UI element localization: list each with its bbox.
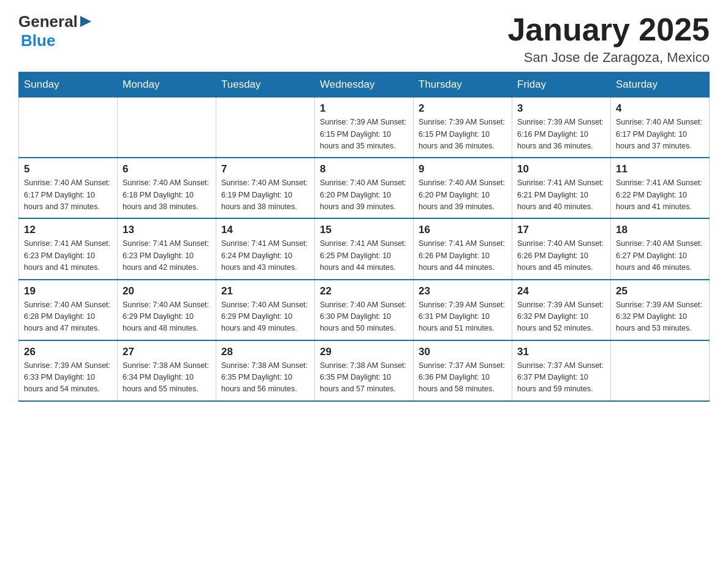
day-number: 19: [24, 285, 112, 297]
day-info: Sunrise: 7:40 AM Sunset: 6:29 PM Dayligh…: [123, 299, 211, 335]
calendar-week-row: 1Sunrise: 7:39 AM Sunset: 6:15 PM Daylig…: [19, 98, 710, 158]
calendar-cell: 29Sunrise: 7:38 AM Sunset: 6:35 PM Dayli…: [315, 340, 414, 401]
day-info: Sunrise: 7:40 AM Sunset: 6:28 PM Dayligh…: [24, 299, 112, 335]
day-number: 7: [221, 163, 309, 175]
calendar-cell: 25Sunrise: 7:39 AM Sunset: 6:32 PM Dayli…: [611, 280, 710, 340]
day-number: 6: [123, 163, 211, 175]
day-number: 12: [24, 224, 112, 236]
month-title: January 2025: [507, 12, 710, 47]
day-info: Sunrise: 7:41 AM Sunset: 6:23 PM Dayligh…: [123, 238, 211, 274]
calendar-cell: 5Sunrise: 7:40 AM Sunset: 6:17 PM Daylig…: [19, 158, 118, 218]
day-info: Sunrise: 7:40 AM Sunset: 6:26 PM Dayligh…: [517, 238, 605, 274]
day-number: 22: [320, 285, 408, 297]
day-info: Sunrise: 7:38 AM Sunset: 6:35 PM Dayligh…: [221, 360, 309, 396]
day-info: Sunrise: 7:40 AM Sunset: 6:20 PM Dayligh…: [419, 177, 507, 213]
day-info: Sunrise: 7:41 AM Sunset: 6:21 PM Dayligh…: [517, 177, 605, 213]
day-number: 29: [320, 346, 408, 358]
day-info: Sunrise: 7:39 AM Sunset: 6:33 PM Dayligh…: [24, 360, 112, 396]
day-number: 23: [419, 285, 507, 297]
calendar-cell: 26Sunrise: 7:39 AM Sunset: 6:33 PM Dayli…: [19, 340, 118, 401]
day-info: Sunrise: 7:40 AM Sunset: 6:20 PM Dayligh…: [320, 177, 408, 213]
day-number: 5: [24, 163, 112, 175]
day-info: Sunrise: 7:40 AM Sunset: 6:18 PM Dayligh…: [123, 177, 211, 213]
day-info: Sunrise: 7:37 AM Sunset: 6:37 PM Dayligh…: [517, 360, 605, 396]
calendar-cell: 14Sunrise: 7:41 AM Sunset: 6:24 PM Dayli…: [216, 218, 315, 279]
calendar-cell: 30Sunrise: 7:37 AM Sunset: 6:36 PM Dayli…: [414, 340, 512, 401]
day-number: 18: [616, 224, 704, 236]
day-info: Sunrise: 7:40 AM Sunset: 6:27 PM Dayligh…: [616, 238, 704, 274]
day-number: 4: [616, 102, 704, 115]
page-header: General Blue January 2025 San Jose de Za…: [18, 12, 710, 66]
weekday-header-saturday: Saturday: [611, 72, 710, 98]
day-info: Sunrise: 7:40 AM Sunset: 6:30 PM Dayligh…: [320, 299, 408, 335]
weekday-header-thursday: Thursday: [414, 72, 512, 98]
day-info: Sunrise: 7:41 AM Sunset: 6:24 PM Dayligh…: [221, 238, 309, 274]
calendar-cell: 10Sunrise: 7:41 AM Sunset: 6:21 PM Dayli…: [512, 158, 611, 218]
calendar-cell: [611, 340, 710, 401]
day-info: Sunrise: 7:41 AM Sunset: 6:23 PM Dayligh…: [24, 238, 112, 274]
calendar-cell: 13Sunrise: 7:41 AM Sunset: 6:23 PM Dayli…: [118, 218, 216, 279]
day-info: Sunrise: 7:39 AM Sunset: 6:32 PM Dayligh…: [517, 299, 605, 335]
weekday-header-tuesday: Tuesday: [216, 72, 315, 98]
day-info: Sunrise: 7:40 AM Sunset: 6:19 PM Dayligh…: [221, 177, 309, 213]
calendar-cell: [19, 98, 118, 158]
logo-general-text: General: [18, 12, 78, 31]
calendar-week-row: 19Sunrise: 7:40 AM Sunset: 6:28 PM Dayli…: [19, 280, 710, 340]
day-number: 15: [320, 224, 408, 236]
day-number: 3: [517, 102, 605, 115]
day-info: Sunrise: 7:39 AM Sunset: 6:16 PM Dayligh…: [517, 117, 605, 152]
weekday-header-monday: Monday: [118, 72, 216, 98]
day-number: 1: [320, 102, 408, 115]
logo: General Blue: [18, 12, 93, 50]
day-info: Sunrise: 7:40 AM Sunset: 6:29 PM Dayligh…: [221, 299, 309, 335]
title-section: January 2025 San Jose de Zaragoza, Mexic…: [507, 12, 710, 66]
day-number: 9: [419, 163, 507, 175]
calendar-week-row: 5Sunrise: 7:40 AM Sunset: 6:17 PM Daylig…: [19, 158, 710, 218]
day-info: Sunrise: 7:39 AM Sunset: 6:32 PM Dayligh…: [616, 299, 704, 335]
calendar-cell: 20Sunrise: 7:40 AM Sunset: 6:29 PM Dayli…: [118, 280, 216, 340]
day-info: Sunrise: 7:41 AM Sunset: 6:22 PM Dayligh…: [616, 177, 704, 213]
calendar-cell: 16Sunrise: 7:41 AM Sunset: 6:26 PM Dayli…: [414, 218, 512, 279]
logo-arrow-icon: [79, 15, 93, 28]
day-number: 16: [419, 224, 507, 236]
day-number: 27: [123, 346, 211, 358]
calendar-cell: 8Sunrise: 7:40 AM Sunset: 6:20 PM Daylig…: [315, 158, 414, 218]
day-info: Sunrise: 7:39 AM Sunset: 6:15 PM Dayligh…: [419, 117, 507, 152]
day-info: Sunrise: 7:39 AM Sunset: 6:31 PM Dayligh…: [419, 299, 507, 335]
calendar-cell: 17Sunrise: 7:40 AM Sunset: 6:26 PM Dayli…: [512, 218, 611, 279]
calendar-cell: 6Sunrise: 7:40 AM Sunset: 6:18 PM Daylig…: [118, 158, 216, 218]
calendar-cell: 31Sunrise: 7:37 AM Sunset: 6:37 PM Dayli…: [512, 340, 611, 401]
calendar-week-row: 12Sunrise: 7:41 AM Sunset: 6:23 PM Dayli…: [19, 218, 710, 279]
day-number: 14: [221, 224, 309, 236]
day-number: 17: [517, 224, 605, 236]
calendar-cell: 1Sunrise: 7:39 AM Sunset: 6:15 PM Daylig…: [315, 98, 414, 158]
day-number: 11: [616, 163, 704, 175]
day-number: 24: [517, 285, 605, 297]
day-info: Sunrise: 7:40 AM Sunset: 6:17 PM Dayligh…: [24, 177, 112, 213]
calendar-cell: 2Sunrise: 7:39 AM Sunset: 6:15 PM Daylig…: [414, 98, 512, 158]
day-number: 8: [320, 163, 408, 175]
calendar-week-row: 26Sunrise: 7:39 AM Sunset: 6:33 PM Dayli…: [19, 340, 710, 401]
day-info: Sunrise: 7:40 AM Sunset: 6:17 PM Dayligh…: [616, 117, 704, 152]
calendar-cell: 9Sunrise: 7:40 AM Sunset: 6:20 PM Daylig…: [414, 158, 512, 218]
calendar-cell: 15Sunrise: 7:41 AM Sunset: 6:25 PM Dayli…: [315, 218, 414, 279]
day-info: Sunrise: 7:41 AM Sunset: 6:25 PM Dayligh…: [320, 238, 408, 274]
calendar-cell: [118, 98, 216, 158]
day-number: 10: [517, 163, 605, 175]
calendar-cell: 18Sunrise: 7:40 AM Sunset: 6:27 PM Dayli…: [611, 218, 710, 279]
calendar-cell: 19Sunrise: 7:40 AM Sunset: 6:28 PM Dayli…: [19, 280, 118, 340]
calendar-cell: 28Sunrise: 7:38 AM Sunset: 6:35 PM Dayli…: [216, 340, 315, 401]
weekday-header-wednesday: Wednesday: [315, 72, 414, 98]
calendar-cell: [216, 98, 315, 158]
calendar-cell: 24Sunrise: 7:39 AM Sunset: 6:32 PM Dayli…: [512, 280, 611, 340]
calendar-cell: 3Sunrise: 7:39 AM Sunset: 6:16 PM Daylig…: [512, 98, 611, 158]
weekday-header-sunday: Sunday: [19, 72, 118, 98]
day-number: 2: [419, 102, 507, 115]
calendar-cell: 11Sunrise: 7:41 AM Sunset: 6:22 PM Dayli…: [611, 158, 710, 218]
calendar-cell: 7Sunrise: 7:40 AM Sunset: 6:19 PM Daylig…: [216, 158, 315, 218]
calendar-cell: 22Sunrise: 7:40 AM Sunset: 6:30 PM Dayli…: [315, 280, 414, 340]
day-number: 13: [123, 224, 211, 236]
day-info: Sunrise: 7:37 AM Sunset: 6:36 PM Dayligh…: [419, 360, 507, 396]
day-info: Sunrise: 7:41 AM Sunset: 6:26 PM Dayligh…: [419, 238, 507, 274]
calendar-cell: 4Sunrise: 7:40 AM Sunset: 6:17 PM Daylig…: [611, 98, 710, 158]
